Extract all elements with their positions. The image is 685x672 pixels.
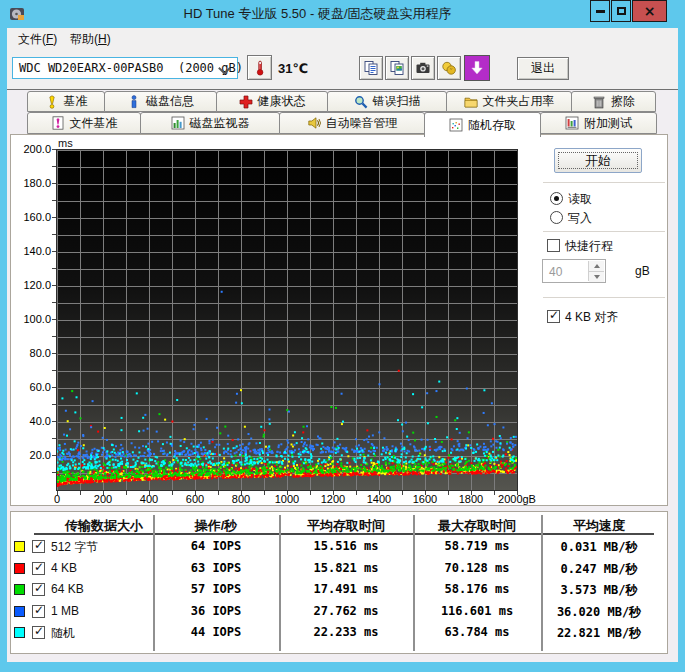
coins-button[interactable] [437,56,461,80]
tab-label: 随机存取 [468,117,516,134]
tab-folder-usage[interactable]: 文件夹占用率 [446,91,572,112]
tab-label: 文件夹占用率 [483,93,555,110]
tab-label: 磁盘监视器 [190,115,250,132]
y-tick-mark [52,421,56,422]
tab-label: 擦除 [611,93,635,110]
menu-file[interactable]: 文件(F) [12,28,63,50]
series-checkbox[interactable] [32,540,45,553]
mode-radio-read[interactable] [550,192,563,205]
y-tick-mark [52,268,56,269]
minimize-button[interactable] [590,0,610,22]
random-access-panel: ms 开始 读取写入 快捷行程 40 gB 4 KB 对齐 200.01 [10,134,668,506]
thermometer-icon [252,60,268,76]
copy-text-button[interactable] [359,56,383,80]
tab-benchmark[interactable]: 基准 [27,91,105,112]
results-panel: 传输数据大小操作/秒平均存取时间最大存取时间平均速度512 字节64 IOPS1… [10,511,668,654]
x-tick-mark [126,491,127,495]
disk-info-icon [127,95,141,109]
tab-label: 健康状态 [258,93,306,110]
disk-monitor-icon [171,116,185,130]
series-color-swatch [14,541,25,552]
table-value: 22.821 MB/秒 [529,625,669,642]
table-value: 15.821 ms [276,561,416,575]
spin-down-button[interactable] [589,271,604,282]
table-value: 63 IOPS [146,561,286,575]
mode-radio-write[interactable] [550,211,563,224]
file-benchmark-icon [51,116,65,130]
table-header-2: 平均存取时间 [276,517,416,535]
x-tick-mark [218,491,219,495]
series-color-swatch [14,606,25,617]
copy-image-button[interactable] [385,56,409,80]
y-tick-mark [52,166,56,167]
screenshot-button[interactable] [411,56,435,80]
tab-health[interactable]: 健康状态 [216,91,328,112]
x-tick-mark [264,491,265,495]
tab-disk-info[interactable]: 磁盘信息 [104,91,217,112]
app-icon [9,6,25,22]
spin-up-button[interactable] [589,261,604,271]
tab-extra-tests[interactable]: 附加测试 [540,112,657,134]
drive-select-value: WDC WD20EARX-00PASB0 (2000 gB) [19,61,243,75]
table-value: 64 IOPS [146,539,286,553]
tab-erase[interactable]: 擦除 [571,91,656,112]
tab-label: 文件基准 [70,115,118,132]
table-value: 63.784 ms [407,625,547,639]
y-tick-mark [52,302,56,303]
drive-select[interactable]: WDC WD20EARX-00PASB0 (2000 gB) [12,57,238,79]
tab-file-benchmark[interactable]: 文件基准 [27,112,141,134]
x-tick-mark [287,491,288,495]
short-stroke-checkbox[interactable] [547,239,560,252]
y-tick-label: 120.0 [13,279,51,291]
temperature-value: 31℃ [278,61,308,76]
mode-radio-label: 写入 [568,210,592,227]
start-button-label: 开始 [585,153,611,168]
extra-tests-icon [565,116,579,130]
tab-label: 错误扫描 [373,93,421,110]
toolbar-separator [7,89,678,90]
close-button[interactable]: × [632,0,667,22]
y-tick-label: 100.0 [13,313,51,325]
temperature-button[interactable] [247,55,272,80]
x-tick-mark [149,491,150,495]
y-tick-label: 20.0 [13,449,51,461]
titlebar[interactable]: HD Tune 专业版 5.50 - 硬盘/固态硬盘实用程序 × [0,0,685,28]
chevron-up-icon [594,264,600,268]
align-4kb-checkbox[interactable] [547,310,560,323]
client-area: 文件(F)帮助(H) WDC WD20EARX-00PASB0 (2000 gB… [7,28,678,662]
y-tick-mark [52,200,56,201]
tab-aam[interactable]: 自动噪音管理 [279,112,425,134]
y-tick-label: 200.0 [13,143,51,155]
tab-disk-monitor[interactable]: 磁盘监视器 [140,112,280,134]
tab-error-scan[interactable]: 错误扫描 [327,91,447,112]
maximize-icon [617,7,626,15]
y-tick-mark [52,319,56,320]
table-value: 70.128 ms [407,561,547,575]
separator [543,231,665,232]
tab-label: 基准 [64,93,88,110]
y-axis-unit-label: ms [58,137,73,149]
y-tick-mark [52,353,56,354]
update-button[interactable] [464,55,490,81]
series-checkbox[interactable] [32,562,45,575]
exit-button[interactable]: 退出 [517,57,569,80]
maximize-button[interactable] [611,0,631,22]
tab-label: 磁盘信息 [146,93,194,110]
series-label: 64 KB [51,582,84,596]
start-button[interactable]: 开始 [554,148,642,173]
series-checkbox[interactable] [32,605,45,618]
y-tick-label: 140.0 [13,245,51,257]
series-color-swatch [14,627,25,638]
series-checkbox[interactable] [32,626,45,639]
short-stroke-size-field[interactable]: 40 [542,259,606,283]
y-tick-mark [52,217,56,218]
menu-help[interactable]: 帮助(H) [64,28,117,50]
tab-row-2: 文件基准磁盘监视器自动噪音管理随机存取附加测试 [27,112,661,134]
table-value: 57 IOPS [146,582,286,596]
table-value: 36.020 MB/秒 [529,604,669,621]
random-access-icon [449,118,463,132]
tab-random-access[interactable]: 随机存取 [424,112,541,137]
benchmark-icon [45,95,59,109]
series-checkbox[interactable] [32,583,45,596]
series-label: 1 MB [51,604,79,618]
